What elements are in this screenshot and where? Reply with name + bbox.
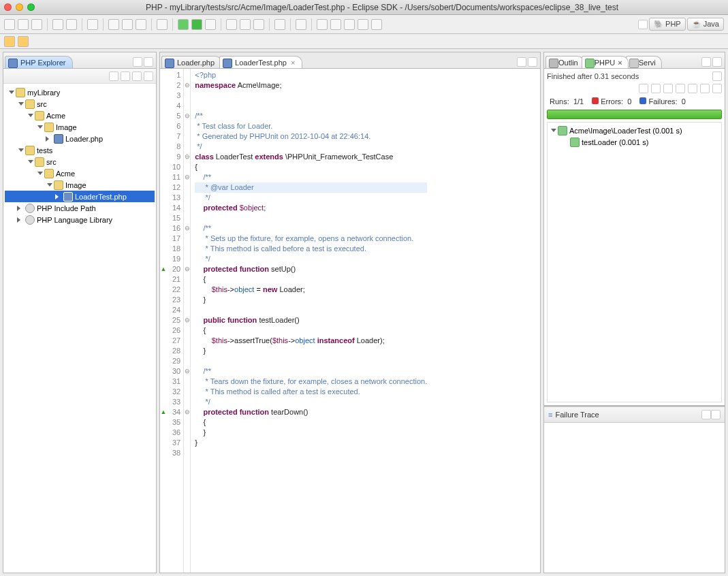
- trace-icon: ≡: [548, 411, 552, 419]
- outline-icon[interactable]: [296, 19, 306, 30]
- save-all-icon[interactable]: [31, 19, 42, 30]
- profile-icon[interactable]: [122, 19, 133, 30]
- bug-icon[interactable]: [108, 19, 119, 30]
- tree-folder-tests[interactable]: tests: [5, 144, 155, 156]
- rerun-icon[interactable]: [639, 84, 648, 93]
- tab-servers[interactable]: Servi: [626, 56, 662, 68]
- tree-folder-tests-acme[interactable]: Acme: [5, 167, 155, 179]
- debug-run-icon[interactable]: [178, 19, 189, 30]
- code-editor[interactable]: ▲▲ 1234567891011121314151617181920212223…: [160, 69, 540, 573]
- tree-folder-tests-src[interactable]: src: [5, 156, 155, 167]
- rerun-failed-icon[interactable]: [651, 84, 661, 93]
- collapse-all-icon[interactable]: [109, 71, 118, 81]
- error-icon: [592, 97, 599, 104]
- tree-folder-acme[interactable]: Acme: [5, 110, 155, 121]
- result-suite[interactable]: Acme\Image\LoaderTest (0.001 s): [550, 125, 719, 136]
- close-view-icon[interactable]: ×: [618, 59, 622, 67]
- perspective-java[interactable]: ☕ Java: [687, 18, 724, 31]
- editor-tab-loadertest[interactable]: LoaderTest.php×: [219, 56, 302, 68]
- task-icon[interactable]: [317, 19, 328, 30]
- test-pass-icon: [570, 138, 580, 147]
- debug-icon[interactable]: [66, 19, 77, 30]
- maximize-view-icon[interactable]: [712, 57, 722, 67]
- view-menu-icon[interactable]: [144, 71, 153, 81]
- php-explorer-icon: [8, 59, 18, 68]
- tree-folder-image[interactable]: Image: [5, 121, 155, 133]
- tree-file-loadertest[interactable]: LoaderTest.php: [5, 191, 155, 202]
- task2-icon[interactable]: [330, 19, 341, 30]
- project-icon: [16, 88, 25, 97]
- run-last-icon[interactable]: [205, 19, 216, 30]
- scroll-lock-icon[interactable]: [700, 84, 710, 93]
- link-editor-icon[interactable]: [121, 71, 130, 81]
- failures-count: 0: [682, 97, 686, 106]
- task4-icon[interactable]: [358, 19, 368, 30]
- compare-icon[interactable]: [701, 410, 711, 419]
- new-icon[interactable]: [4, 19, 15, 30]
- task5-icon[interactable]: [371, 19, 382, 30]
- back-icon[interactable]: [4, 36, 15, 47]
- results-toolbar: [547, 84, 722, 93]
- tab-phpunit[interactable]: PHPU×: [582, 56, 629, 68]
- test-stats: Runs: 1/1 Errors: 0 Failures: 0: [547, 96, 722, 107]
- perspective-php[interactable]: 🐘 PHP: [649, 18, 686, 31]
- wand-icon[interactable]: [253, 19, 264, 30]
- filter-trace-icon[interactable]: [711, 410, 721, 419]
- php-file-icon: [54, 134, 63, 144]
- folder-icon: [54, 180, 63, 190]
- stop-icon[interactable]: [663, 84, 673, 93]
- library-icon: [25, 215, 35, 225]
- editor-tab-loader[interactable]: Loader.php: [161, 56, 222, 68]
- forward-icon[interactable]: [18, 36, 29, 47]
- folder-icon: [25, 146, 35, 155]
- layout-icon[interactable]: [712, 84, 722, 93]
- include-path-icon: [25, 204, 35, 213]
- servers-icon: [629, 59, 639, 68]
- errors-count: 0: [627, 97, 631, 106]
- explorer-toolbar: [3, 69, 156, 84]
- test-suite-icon: [558, 126, 567, 135]
- check-icon[interactable]: [87, 19, 98, 30]
- minimize-view-icon[interactable]: [701, 57, 711, 67]
- folder-icon: [44, 169, 54, 178]
- build-icon[interactable]: [52, 19, 63, 30]
- maximize-view-icon[interactable]: [144, 57, 153, 67]
- results-tree[interactable]: Acme\Image\LoaderTest (0.001 s) testLoad…: [547, 122, 722, 402]
- result-test[interactable]: testLoader (0.001 s): [550, 136, 719, 148]
- run-icon[interactable]: [191, 19, 202, 30]
- tab-php-explorer[interactable]: PHP Explorer: [5, 56, 73, 68]
- open-folder-icon[interactable]: [226, 19, 237, 30]
- failure-trace-body: [544, 423, 725, 573]
- tree-folder-tests-image[interactable]: Image: [5, 179, 155, 191]
- test-status: Finished after 0.31 seconds: [547, 72, 639, 80]
- explorer-tree[interactable]: myLibrary src Acme Image Loader.php test…: [3, 84, 156, 573]
- search-icon[interactable]: [274, 19, 285, 30]
- save-icon[interactable]: [18, 19, 29, 30]
- tab-outline[interactable]: Outlin: [545, 56, 584, 68]
- tree-language-library[interactable]: PHP Language Library: [5, 214, 155, 225]
- history-icon[interactable]: [676, 84, 685, 93]
- minimize-editor-icon[interactable]: [517, 57, 526, 67]
- close-window-icon[interactable]: [4, 3, 12, 11]
- open-perspective-icon[interactable]: [638, 20, 648, 29]
- zoom-window-icon[interactable]: [27, 3, 35, 11]
- close-tab-icon[interactable]: ×: [291, 59, 295, 67]
- minimize-view-icon[interactable]: [133, 57, 142, 67]
- external-icon[interactable]: [157, 19, 168, 30]
- pin-icon[interactable]: [688, 84, 697, 93]
- coverage-icon[interactable]: [136, 19, 146, 30]
- tree-folder-src[interactable]: src: [5, 98, 155, 110]
- maximize-editor-icon[interactable]: [528, 57, 537, 67]
- task3-icon[interactable]: [344, 19, 355, 30]
- folder-icon: [35, 157, 44, 167]
- filter-icon[interactable]: [132, 71, 142, 81]
- open-type-icon[interactable]: [240, 19, 251, 30]
- tree-file-loader[interactable]: Loader.php: [5, 133, 155, 144]
- test-progress-bar: [547, 110, 722, 119]
- phpunit-panel: Outlin PHPU× Servi Finished after 0.31 s…: [543, 52, 725, 406]
- view-menu-icon[interactable]: [712, 71, 722, 81]
- minimize-window-icon[interactable]: [16, 3, 23, 11]
- tree-include-path[interactable]: PHP Include Path: [5, 202, 155, 214]
- tree-project[interactable]: myLibrary: [5, 86, 155, 98]
- folder-icon: [44, 123, 54, 132]
